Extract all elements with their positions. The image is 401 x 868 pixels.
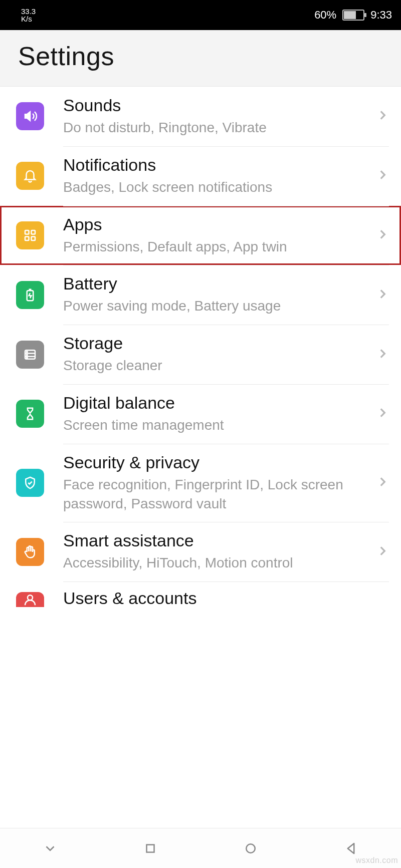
row-digital-balance[interactable]: Digital balance Screen time management (0, 384, 401, 444)
chevron-right-icon (376, 168, 389, 183)
row-subtitle: Badges, Lock screen notifications (63, 178, 368, 197)
svg-point-8 (27, 351, 28, 352)
settings-header: Settings (0, 30, 401, 87)
nav-home[interactable] (200, 841, 301, 856)
row-text: Users & accounts (63, 589, 389, 611)
battery-percent: 60% (314, 9, 336, 22)
chevron-right-icon (376, 109, 389, 124)
row-battery[interactable]: Battery Power saving mode, Battery usage (0, 265, 401, 325)
chevron-right-icon (376, 475, 389, 490)
row-smart-assistance[interactable]: Smart assistance Accessibility, HiTouch,… (0, 522, 401, 582)
row-subtitle: Power saving mode, Battery usage (63, 297, 368, 316)
bell-icon (16, 162, 44, 190)
row-title: Battery (63, 274, 368, 294)
battery-fill (344, 11, 356, 19)
svg-point-9 (27, 354, 28, 355)
nav-hide-keyboard[interactable] (0, 841, 100, 856)
storage-icon (16, 341, 44, 369)
chevron-right-icon (376, 406, 389, 421)
row-title: Security & privacy (63, 453, 368, 472)
row-subtitle: Face recognition, Fingerprint ID, Lock s… (63, 475, 368, 513)
chevron-right-icon (376, 544, 389, 559)
row-security-privacy[interactable]: Security & privacy Face recognition, Fin… (0, 444, 401, 522)
row-text: Storage Storage cleaner (63, 334, 376, 375)
svg-point-13 (246, 844, 255, 853)
row-text: Battery Power saving mode, Battery usage (63, 274, 376, 316)
row-text: Security & privacy Face recognition, Fin… (63, 453, 376, 513)
nav-back[interactable] (301, 841, 401, 856)
row-text: Sounds Do not disturb, Ringtone, Vibrate (63, 96, 376, 137)
svg-rect-12 (147, 844, 154, 852)
row-title: Notifications (63, 155, 368, 175)
row-storage[interactable]: Storage Storage cleaner (0, 325, 401, 384)
hourglass-icon (16, 400, 44, 428)
status-bar: 33.3 K/s 60% 9:33 (0, 0, 401, 30)
chevron-right-icon (376, 228, 389, 243)
row-subtitle: Storage cleaner (63, 356, 368, 375)
row-text: Smart assistance Accessibility, HiTouch,… (63, 531, 376, 572)
status-left: 33.3 K/s (9, 8, 42, 23)
row-apps[interactable]: Apps Permissions, Default apps, App twin (0, 206, 401, 265)
row-subtitle: Screen time management (63, 416, 368, 435)
page-title: Settings (18, 41, 383, 71)
row-title: Storage (63, 334, 368, 353)
apps-grid-icon (16, 221, 44, 249)
settings-list: Sounds Do not disturb, Ringtone, Vibrate… (0, 87, 401, 612)
avatar-icon (16, 592, 44, 607)
row-notifications[interactable]: Notifications Badges, Lock screen notifi… (0, 146, 401, 206)
row-subtitle: Do not disturb, Ringtone, Vibrate (63, 118, 368, 137)
hand-icon (16, 538, 44, 566)
row-text: Notifications Badges, Lock screen notifi… (63, 155, 376, 197)
network-speed: 33.3 K/s (21, 8, 36, 23)
row-title: Digital balance (63, 393, 368, 413)
svg-rect-3 (32, 230, 36, 234)
svg-point-11 (28, 595, 33, 600)
shield-icon (16, 469, 44, 497)
status-clock: 9:33 (370, 9, 392, 22)
row-users-accounts[interactable]: Users & accounts (0, 582, 401, 612)
row-subtitle: Accessibility, HiTouch, Motion control (63, 553, 368, 572)
row-subtitle: Permissions, Default apps, App twin (63, 237, 368, 256)
navigation-bar (0, 828, 401, 868)
nav-recent-apps[interactable] (100, 841, 200, 856)
status-right: 60% 9:33 (314, 9, 392, 22)
chevron-right-icon (376, 347, 389, 362)
battery-icon (342, 10, 364, 21)
battery-icon (16, 281, 44, 309)
svg-rect-4 (25, 236, 29, 240)
row-text: Digital balance Screen time management (63, 393, 376, 435)
row-title: Smart assistance (63, 531, 368, 550)
chevron-right-icon (376, 287, 389, 303)
svg-point-10 (27, 357, 28, 358)
row-title: Users & accounts (63, 589, 381, 608)
row-text: Apps Permissions, Default apps, App twin (63, 215, 376, 256)
row-title: Apps (63, 215, 368, 234)
row-sounds[interactable]: Sounds Do not disturb, Ringtone, Vibrate (0, 87, 401, 146)
svg-rect-2 (25, 230, 29, 234)
row-title: Sounds (63, 96, 368, 115)
svg-rect-5 (32, 236, 36, 240)
sound-icon (16, 102, 44, 130)
network-speed-unit: K/s (21, 15, 36, 23)
